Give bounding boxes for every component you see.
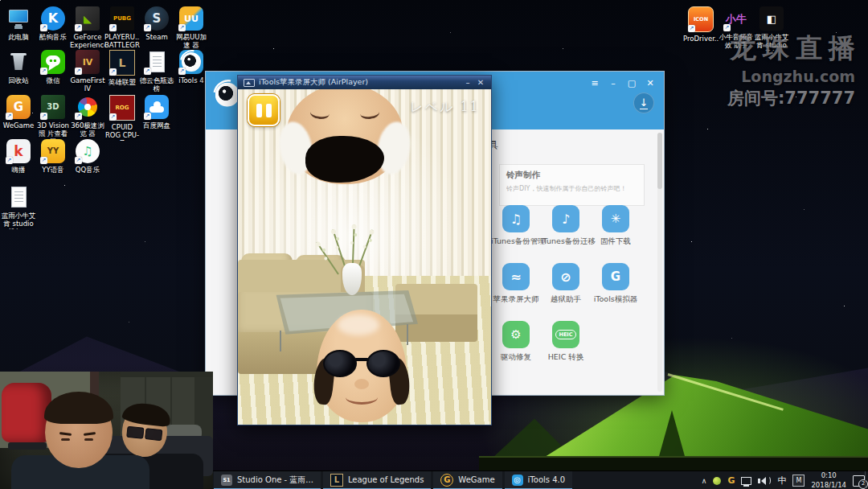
tool-item[interactable]: ⚙ 驱动修复 [491, 321, 541, 363]
tool-item[interactable]: G iTools模拟器 [591, 263, 641, 305]
desktop-icon-label: 英雄联盟 [104, 78, 140, 86]
desktop-icon[interactable]: ICON ProDriver... [683, 6, 719, 43]
desktop-icon[interactable]: k 嗨播 [1, 139, 36, 174]
closed-eye [359, 106, 379, 120]
shortcut-arrow-icon [688, 25, 695, 32]
desktop-icon[interactable]: ◣ GeForce Experience [70, 6, 105, 49]
ringtone-card[interactable]: 铃声制作 铃声DIY，快速制作属于你自己的铃声吧！ [499, 164, 645, 206]
icon-glyph: YY [47, 147, 59, 155]
tray-m-icon[interactable]: M [792, 475, 805, 487]
tray-expand-icon[interactable]: ∧ [702, 477, 707, 485]
icon-glyph: G [14, 101, 23, 113]
icon-glyph: k [14, 145, 23, 158]
close-button[interactable]: ✕ [645, 78, 656, 88]
desktop-icon[interactable]: 德云色瓶选榜 [139, 50, 174, 92]
shortcut-arrow-icon [6, 157, 13, 164]
tool-icon: ♪ [552, 205, 579, 232]
shortcut-arrow-icon [40, 68, 47, 75]
airplayer-titlebar[interactable]: iTools苹果录屏大师 (AirPlayer) – ✕ [238, 76, 491, 89]
table-leg [280, 331, 281, 351]
shortcut-arrow-icon [144, 113, 151, 120]
game-level-label: レベル 11 [410, 99, 480, 116]
ime-indicator[interactable]: 中 [777, 475, 786, 487]
date: 2018/1/14 [811, 481, 846, 489]
ringtone-card-desc: 铃声DIY，快速制作属于你自己的铃声吧！ [506, 184, 637, 193]
desktop-icon-label: WeGame [1, 121, 36, 129]
tool-item[interactable]: ♪ iTunes备份迁移 [541, 205, 591, 247]
tool-item[interactable]: HEIC HEIC 转换 [541, 321, 591, 363]
volume-icon[interactable] [758, 476, 771, 485]
action-center-icon[interactable]: 2 [853, 475, 865, 487]
taskbar-app[interactable]: S1 Studio One - 蓝雨... [214, 471, 321, 489]
clock[interactable]: 0:10 2018/1/14 [811, 471, 846, 489]
tool-item[interactable]: ⊘ 越狱助手 [541, 263, 591, 305]
taskbar-apps: S1 Studio One - 蓝雨... L League of Legend… [214, 471, 572, 489]
desktop-icon[interactable]: K 酷狗音乐 [35, 6, 71, 41]
desktop-icon[interactable]: ROG CPUID ROG CPU-Z [104, 95, 140, 141]
desktop-icon[interactable]: 此电脑 [1, 6, 36, 41]
icon-glyph: K [48, 12, 58, 25]
shortcut-arrow-icon [40, 113, 47, 120]
sunglasses-bridge [354, 358, 369, 361]
taskbar-app[interactable]: L League of Legends [323, 471, 431, 489]
desktop-icon[interactable]: 蓝雨小牛艾肯 studio机架... [1, 185, 36, 229]
desktop-icon[interactable]: YY YY语音 [35, 139, 71, 174]
network-icon[interactable] [741, 477, 751, 485]
tool-item[interactable]: ♫ iTunes备份管理 [491, 205, 541, 247]
shortcut-arrow-icon [109, 113, 117, 121]
desktop-icon-label: 360极速浏览 器 [70, 121, 105, 138]
maximize-button[interactable]: ▢ [626, 78, 637, 88]
desktop-icon[interactable]: 百度网盘 [139, 95, 174, 129]
nose [354, 379, 369, 389]
icon-glyph: 小牛 [726, 14, 747, 24]
icon-glyph: L [119, 57, 126, 68]
icon-glyph: ROG [115, 105, 129, 111]
desktop-icon[interactable]: 微信 [35, 50, 71, 84]
tool-icon: ⚙ [502, 321, 530, 348]
desktop-icon-label: 回收站 [1, 76, 36, 84]
desktop-icon-label: 微信 [35, 76, 71, 84]
sunglasses-lens [366, 350, 400, 377]
pause-button[interactable] [248, 94, 280, 126]
tray-app-icon[interactable] [713, 477, 721, 485]
desktop-icon[interactable]: iTools 4 [174, 50, 209, 84]
desktop-icon[interactable]: 3D 3D Vision 照 片查看器 [35, 95, 71, 139]
taskbar-app-icon: G [440, 474, 453, 487]
scrollbar[interactable] [657, 133, 662, 392]
taskbar-app[interactable]: ◎ iTools 4.0 [505, 471, 573, 489]
desktop-icon[interactable]: S Steam [139, 6, 174, 41]
system-tray: ∧ G 中 M 0:10 2018/1/14 2 [702, 471, 865, 489]
table-leg [407, 324, 408, 345]
desktop-icon[interactable]: PUBG PLAYERU... BATTLEGR... [104, 6, 140, 49]
icon-glyph: ♫ [82, 146, 92, 158]
scrollbar-thumb[interactable] [657, 133, 662, 189]
stream-watermark: 龙珠直播 Longzhu.com 房间号:777777 [727, 31, 855, 109]
taskbar-app-label: iTools 4.0 [528, 475, 566, 484]
show-desktop-button[interactable] [865, 471, 868, 489]
desktop-icon[interactable]: 360极速浏览 器 [70, 95, 105, 138]
desktop-icon[interactable]: L 英雄联盟 [104, 50, 140, 86]
desktop-icon-label: 百度网盘 [139, 121, 174, 129]
minimize-button[interactable]: – [608, 78, 619, 88]
shortcut-arrow-icon [75, 113, 82, 120]
tool-item[interactable]: ≈ 苹果录屏大师 [491, 263, 541, 305]
desktop-icon-label: 蓝雨小牛艾肯 studio机架... [1, 212, 36, 229]
desktop-icon-label: Steam [139, 33, 174, 41]
menu-icon[interactable]: ≡ [589, 78, 600, 88]
desktop-icon[interactable]: G WeGame [1, 95, 36, 129]
minimize-button[interactable]: – [461, 78, 474, 87]
desktop-icon[interactable]: 回收站 [1, 50, 36, 84]
taskbar-app[interactable]: G WeGame [433, 471, 502, 489]
desktop-icon[interactable]: ♫ QQ音乐 [70, 139, 105, 174]
close-button[interactable]: ✕ [474, 78, 487, 87]
mirrored-game-screen[interactable]: レベル 11 [238, 89, 491, 425]
shortcut-arrow-icon [40, 24, 47, 31]
desktop-icon[interactable]: IV GameFirst IV [70, 50, 105, 92]
mouth [346, 390, 378, 405]
tool-item[interactable]: ✳ 固件下载 [591, 205, 641, 247]
desktop-icon[interactable]: UU 网易UU加速 器 [174, 6, 209, 49]
download-button[interactable]: ↓ [633, 92, 654, 113]
tray-g-icon[interactable]: G [727, 475, 735, 486]
tool-label: 苹果录屏大师 [491, 294, 541, 305]
shortcut-arrow-icon [40, 157, 47, 164]
